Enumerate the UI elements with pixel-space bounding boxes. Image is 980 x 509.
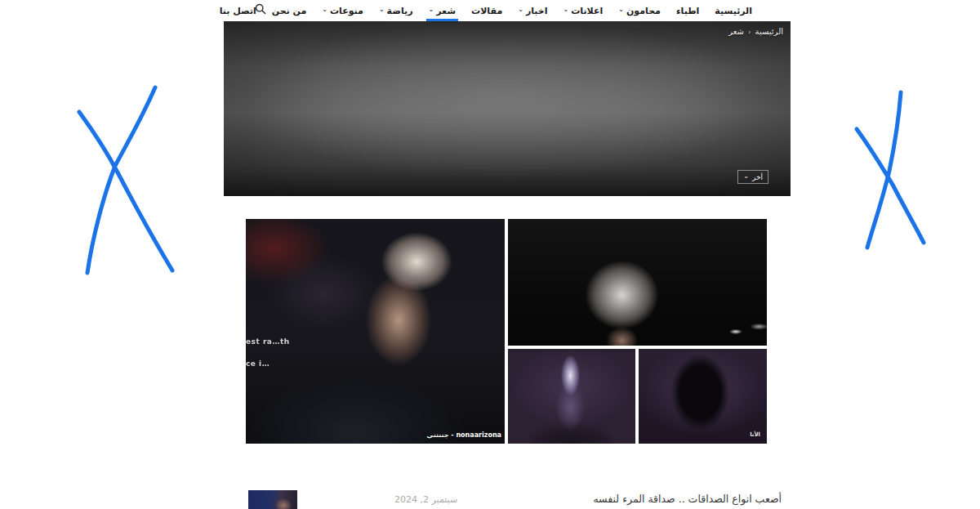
right-x-stroke-1 (867, 92, 901, 248)
image-overlay-text: est ra…th (246, 337, 290, 346)
page: الرئيسية اطباء محامون⌄ اعلانات⌄ اخبار⌄ م… (0, 0, 980, 509)
post-list-row: سبتمبر 2, 2024 أصعب انواع الصداقات .. صد… (0, 489, 980, 509)
nav-item-label: اطباء (676, 6, 699, 16)
chevron-down-icon: ⌄ (743, 172, 749, 180)
chevron-down-icon: ⌄ (429, 7, 434, 13)
nav-item-label: منوعات (330, 6, 363, 16)
image-watermark: الأنا (750, 431, 760, 438)
nav-item-news[interactable]: اخبار⌄ (517, 0, 548, 21)
right-x-stroke-2 (857, 129, 924, 243)
nav-item-ads[interactable]: اعلانات⌄ (563, 0, 604, 21)
nav-item-poetry-active[interactable]: شعر⌄ (428, 0, 457, 21)
nav-menu: الرئيسية اطباء محامون⌄ اعلانات⌄ اخبار⌄ م… (219, 0, 753, 21)
breadcrumb-home-link[interactable]: الرئيسية (755, 27, 783, 36)
nav-item-label: شعر (436, 6, 456, 16)
nav-item-sports[interactable]: رياضة⌄ (378, 0, 414, 21)
image-watermark: جننتني - nonaarizona (427, 431, 501, 439)
nav-item-label: اعلانات (571, 6, 603, 16)
nav-item-label: محامون (626, 6, 661, 16)
nav-item-label: من نحن (272, 6, 307, 16)
nav-item-label: رياضة (387, 6, 413, 16)
nav-item-about[interactable]: من نحن (271, 0, 308, 21)
post-thumbnail[interactable] (248, 490, 297, 509)
top-navigation-bar: الرئيسية اطباء محامون⌄ اعلانات⌄ اخبار⌄ م… (0, 0, 980, 21)
chevron-down-icon: ⌄ (518, 7, 523, 13)
breadcrumb: الرئيسية ‹ شعر (728, 27, 783, 36)
nav-item-label: اخبار (526, 6, 548, 16)
gallery-image-small-right[interactable]: الأنا (639, 349, 767, 444)
chevron-down-icon: ⌄ (564, 7, 569, 13)
left-x-stroke-2 (79, 112, 172, 270)
nav-item-label: مقالات (471, 6, 502, 16)
hero-banner: الرئيسية ‹ شعر أخر ⌄ (224, 21, 791, 196)
gallery-image-small-left[interactable] (508, 349, 635, 444)
nav-item-articles[interactable]: مقالات (470, 0, 503, 21)
chevron-down-icon: ⌄ (322, 7, 327, 13)
left-x-stroke-1 (87, 87, 155, 273)
sort-dropdown-label: أخر (752, 173, 763, 181)
search-icon (255, 3, 266, 15)
nav-item-misc[interactable]: منوعات⌄ (321, 0, 364, 21)
post-date: سبتمبر 2, 2024 (394, 494, 457, 505)
nav-item-label: اتصل بنا (220, 6, 256, 16)
nav-item-label: الرئيسية (715, 6, 752, 16)
nav-item-home[interactable]: الرئيسية (714, 0, 753, 21)
gallery-image-main[interactable]: est ra…th ce i… جننتني - nonaarizona (246, 219, 505, 444)
breadcrumb-current: شعر (728, 27, 744, 36)
gallery-image-wide[interactable] (508, 219, 767, 346)
image-overlay-text: ce i… (246, 359, 270, 368)
breadcrumb-separator-icon: ‹ (748, 28, 751, 36)
sort-dropdown-button[interactable]: أخر ⌄ (737, 170, 768, 184)
chevron-down-icon: ⌄ (379, 7, 385, 13)
chevron-down-icon: ⌄ (618, 7, 624, 13)
nav-item-lawyers[interactable]: محامون⌄ (617, 0, 662, 21)
search-button[interactable] (253, 2, 268, 16)
nav-item-doctors[interactable]: اطباء (675, 0, 700, 21)
post-title-link[interactable]: أصعب انواع الصداقات .. صداقة المرء لنفسه (593, 493, 782, 505)
nav-item-contact[interactable]: اتصل بنا (219, 0, 257, 21)
